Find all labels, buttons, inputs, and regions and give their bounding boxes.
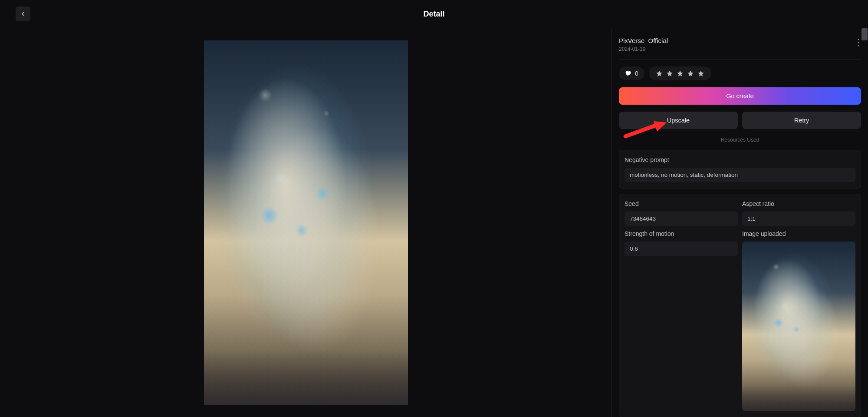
created-date: 2024-01-19 — [619, 46, 668, 52]
params-section: Seed 73464643 Aspect ratio 1:1 Strength … — [619, 194, 861, 417]
like-count: 0 — [635, 70, 638, 77]
star-icon — [677, 70, 684, 77]
more-button[interactable] — [856, 37, 861, 50]
upscale-label: Upscale — [667, 117, 690, 124]
seed-value: 73464643 — [625, 212, 738, 226]
star-icon — [697, 70, 704, 77]
aspect-ratio-value: 1:1 — [742, 212, 855, 226]
go-create-label: Go create — [726, 93, 754, 99]
image-uploaded-label: Image uploaded — [742, 230, 855, 237]
back-button[interactable] — [16, 7, 30, 21]
go-create-button[interactable]: Go create — [619, 87, 861, 105]
page-title: Detail — [423, 10, 444, 19]
retry-button[interactable]: Retry — [742, 112, 861, 129]
upscale-button[interactable]: Upscale — [619, 112, 738, 129]
star-icon — [666, 70, 673, 77]
svg-point-1 — [858, 42, 859, 43]
strength-label: Strength of motion — [625, 230, 738, 237]
preview-image[interactable] — [204, 40, 408, 405]
seed-label: Seed — [625, 200, 738, 207]
strength-value: 0.6 — [625, 242, 738, 256]
star-icon — [687, 70, 694, 77]
header: Detail — [0, 0, 868, 28]
arrow-left-icon — [20, 10, 26, 17]
rating-stars[interactable] — [649, 66, 711, 80]
like-button[interactable]: 0 — [619, 66, 644, 80]
uploaded-image-thumbnail[interactable] — [742, 242, 855, 411]
retry-label: Retry — [794, 117, 809, 124]
more-vertical-icon — [858, 39, 859, 46]
star-icon — [656, 70, 663, 77]
svg-point-2 — [858, 45, 859, 46]
negative-prompt-value: motionless, no motion, static, deformati… — [625, 168, 855, 182]
user-name: PixVerse_Official — [619, 37, 668, 44]
negative-prompt-label: Negative prompt — [625, 156, 855, 163]
detail-sidebar: PixVerse_Official 2024-01-19 0 Go create — [612, 28, 868, 417]
negative-prompt-section: Negative prompt motionless, no motion, s… — [619, 150, 861, 189]
svg-point-0 — [858, 39, 859, 40]
aspect-ratio-label: Aspect ratio — [742, 200, 855, 207]
resources-divider: Resources Used — [619, 137, 861, 143]
scrollbar[interactable] — [861, 28, 868, 40]
preview-area — [0, 28, 612, 417]
heart-icon — [625, 70, 632, 77]
